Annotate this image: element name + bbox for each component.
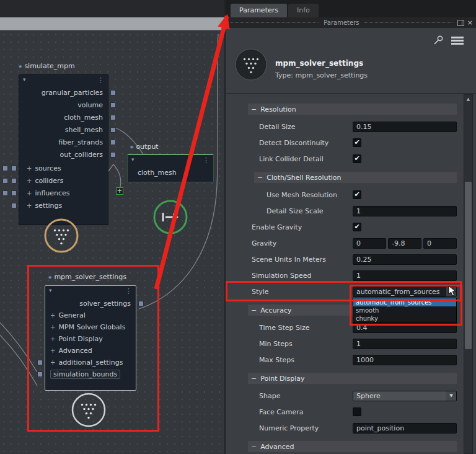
param-label: Shape	[252, 392, 353, 400]
node-output-row: granular_particles	[19, 86, 108, 99]
section-header-point-display[interactable]: −Point Display	[248, 373, 457, 384]
collapse-minus-icon[interactable]: −	[251, 306, 257, 314]
param-row: Detect Discontinuity✔	[226, 135, 476, 151]
param-input[interactable]: 1	[353, 270, 457, 281]
output-connector[interactable]	[110, 140, 116, 145]
output-flag-icon[interactable]	[152, 199, 188, 235]
close-pane-icon[interactable]: ×	[467, 19, 473, 26]
collapse-triangle-icon[interactable]: ▾	[49, 287, 52, 293]
input-connector[interactable]	[2, 166, 8, 171]
output-connector[interactable]	[110, 127, 116, 133]
plus-icon[interactable]: +	[50, 347, 55, 354]
input-connector[interactable]	[11, 203, 17, 208]
collapse-triangle-icon[interactable]: ▾	[131, 156, 134, 162]
collapse-minus-icon[interactable]: −	[251, 375, 257, 383]
plus-icon[interactable]: +	[50, 336, 55, 342]
output-connector[interactable]	[110, 102, 116, 108]
node-output[interactable]: ▾ ⋮ cloth_mesh	[127, 154, 214, 182]
node-menu-icon[interactable]: ⋮	[203, 156, 209, 164]
tab-parameters[interactable]: Parameters	[231, 4, 287, 17]
node-solver-settings[interactable]: ▾ ⋮ solver_settings +General+MPM Solver …	[45, 285, 136, 391]
collapse-minus-icon[interactable]: −	[251, 105, 257, 114]
node-item-row: +MPM Solver Globals	[45, 321, 136, 333]
collapse-minus-icon[interactable]: −	[251, 443, 257, 451]
param-input[interactable]: 1000	[353, 355, 457, 365]
param-input[interactable]: 0.15	[353, 122, 457, 132]
plus-icon[interactable]: +	[50, 359, 55, 366]
plus-icon[interactable]: +	[50, 312, 55, 319]
input-connector[interactable]	[11, 166, 17, 171]
section-header-cloth-shell-resolution[interactable]: −Cloth/Shell Resolution	[254, 172, 457, 183]
scroll-up-icon[interactable]: ▲	[464, 95, 472, 104]
output-label: out_colliders	[60, 151, 103, 159]
dropdown-option[interactable]: automatic_from_sources	[353, 298, 456, 306]
param-label: Time Step Size	[252, 324, 353, 332]
input-connector[interactable]	[11, 178, 17, 184]
node-type-badge-icon	[235, 48, 267, 81]
input-connector[interactable]	[2, 190, 8, 196]
param-input[interactable]: 0.25	[353, 254, 457, 265]
param-checkbox[interactable]: ✔	[353, 138, 361, 147]
hamburger-menu-icon[interactable]	[451, 37, 464, 46]
param-row: Simulation Speed1	[226, 267, 476, 283]
solver-node-icon[interactable]	[71, 392, 107, 428]
param-vector: 0-9.80	[353, 238, 457, 249]
output-connector[interactable]	[110, 90, 116, 96]
network-editor[interactable]: ◆ simulate_mpm ▾ ⋮ granular_particlesvol…	[0, 0, 224, 454]
param-input[interactable]: 1	[353, 339, 457, 349]
param-input[interactable]: 0.4	[353, 323, 457, 333]
plus-icon[interactable]: +	[27, 202, 32, 209]
param-label: Face Camera	[252, 408, 353, 416]
param-checkbox[interactable]	[353, 407, 361, 416]
section-header-resolution[interactable]: −Resolution	[248, 104, 457, 115]
input-connector[interactable]	[37, 372, 43, 377]
param-label: Numeric Property	[252, 424, 353, 432]
pin-icon[interactable]	[433, 34, 445, 47]
pane-title: Parameters	[324, 19, 359, 26]
collapse-minus-icon[interactable]: −	[257, 174, 263, 182]
param-input[interactable]: 0	[353, 238, 386, 249]
plus-icon[interactable]: +	[27, 165, 32, 172]
section-header-advanced[interactable]: −Advanced	[248, 441, 457, 452]
node-item-row: +Advanced	[45, 345, 136, 357]
scrollbar[interactable]: ▲	[464, 94, 473, 454]
node-menu-icon[interactable]: ⋮	[97, 76, 104, 84]
style-dropdown[interactable]: automatic_from_sources▼	[353, 287, 457, 297]
chevron-down-icon[interactable]: ▼	[446, 287, 456, 296]
dropdown-option[interactable]: smooth	[353, 306, 456, 314]
input-connector[interactable]	[2, 178, 8, 184]
tab-info[interactable]: Info	[288, 4, 319, 17]
plus-icon[interactable]: +	[27, 190, 32, 197]
parameters-scroll-area[interactable]: −ResolutionDetail Size0.15Detect Discont…	[226, 94, 476, 454]
param-label: Style	[252, 288, 353, 296]
node-menu-icon[interactable]: ⋮	[125, 287, 132, 295]
section-label: Resolution	[260, 105, 296, 114]
param-row: Detail Size0.15	[226, 118, 476, 135]
add-input-button[interactable]: +	[116, 187, 123, 195]
plus-icon[interactable]: +	[50, 324, 55, 331]
param-input[interactable]: 1	[353, 206, 457, 216]
collapse-triangle-icon[interactable]: ▾	[23, 76, 26, 82]
output-connector[interactable]	[138, 301, 144, 306]
param-input[interactable]: -9.8	[388, 238, 421, 249]
item-label: simulation_bounds	[50, 370, 120, 379]
input-connector[interactable]	[37, 360, 43, 365]
style-dropdown-list[interactable]: automatic_from_sourcessmoothchunky	[353, 298, 457, 323]
chevron-down-icon[interactable]: ▼	[446, 391, 456, 401]
param-checkbox[interactable]: ✔	[353, 223, 361, 231]
plus-icon[interactable]: +	[27, 177, 32, 184]
param-checkbox[interactable]: ✔	[353, 190, 361, 199]
split-pane-icon[interactable]	[457, 20, 464, 26]
output-connector[interactable]	[110, 152, 116, 158]
param-input[interactable]: 0	[423, 238, 457, 249]
shape-dropdown[interactable]: Sphere▼	[353, 391, 457, 401]
dropdown-option[interactable]: chunky	[353, 314, 456, 323]
param-checkbox[interactable]: ✔	[353, 154, 361, 163]
node-simulate-mpm[interactable]: ▾ ⋮ granular_particlesvolumecloth_meshsh…	[19, 74, 108, 225]
mpm-node-icon[interactable]	[43, 218, 79, 254]
parameters-panel: Parameters Info Parameters × mpm_solver_…	[224, 0, 476, 454]
output-connector[interactable]	[110, 115, 116, 120]
scrollbar-thumb[interactable]	[465, 182, 472, 349]
input-connector[interactable]	[11, 190, 17, 196]
param-input[interactable]: point_position	[353, 423, 457, 434]
